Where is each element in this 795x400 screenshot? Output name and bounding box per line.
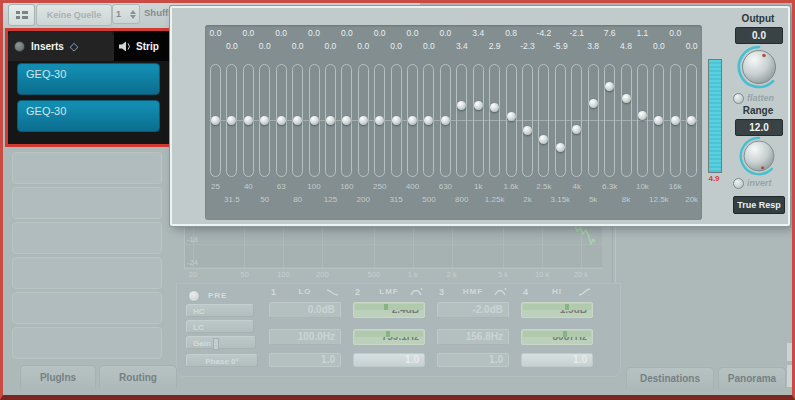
geq-slider-handle[interactable] xyxy=(507,112,516,121)
geq-slider-handle[interactable] xyxy=(638,111,647,120)
eq-q-field[interactable]: 1.0 xyxy=(353,353,425,367)
geq-freq-label: 4k xyxy=(560,182,594,191)
tab-plugins[interactable]: PlugIns xyxy=(20,365,96,389)
eq-gain-field[interactable]: 1.5dB xyxy=(521,302,593,318)
geq-band-slider[interactable] xyxy=(571,64,582,177)
geq-slider-handle[interactable] xyxy=(408,116,417,125)
insert-slot-geq-30[interactable]: GEQ-30 xyxy=(17,63,160,95)
inserts-tabbar: Inserts ◇ Strip xyxy=(8,31,169,61)
tab-strip[interactable]: Strip xyxy=(114,31,169,61)
output-meter xyxy=(708,59,722,173)
eq-gain-field[interactable]: 0.0dB xyxy=(269,302,341,318)
eq-q-field[interactable]: 1.0 xyxy=(437,353,509,367)
geq-slider-handle[interactable] xyxy=(359,116,368,125)
geq-slider-handle[interactable] xyxy=(244,116,253,125)
geq-slider-handle[interactable] xyxy=(589,99,598,108)
eq-gain-field-slider[interactable] xyxy=(355,304,423,310)
geq-gain-readout: 0.0 xyxy=(642,41,676,51)
eq-q-field[interactable]: 1.0 xyxy=(521,353,593,367)
grid-icon xyxy=(15,10,29,20)
tab-destinations[interactable]: Destinations xyxy=(626,367,714,389)
geq-gain-readout: 0.0 xyxy=(231,28,265,38)
stepper-down-icon[interactable] xyxy=(130,15,136,19)
geq-band-slider[interactable] xyxy=(489,64,500,177)
empty-insert-slot[interactable] xyxy=(12,187,162,219)
geq-slider-handle[interactable] xyxy=(310,116,319,125)
input-source-select[interactable]: Keine Quelle xyxy=(36,4,112,26)
true-resp-button[interactable]: True Resp xyxy=(733,196,785,214)
geq-slider-handle[interactable] xyxy=(277,116,286,125)
eq-hc-button[interactable]: HC xyxy=(186,304,254,317)
eq-pre-led[interactable] xyxy=(188,290,200,302)
tab-inserts[interactable]: Inserts ◇ xyxy=(8,31,114,61)
geq-band-slider[interactable] xyxy=(588,64,599,177)
empty-insert-slot[interactable] xyxy=(12,327,162,359)
eq-pre-label: PRE xyxy=(208,291,227,300)
empty-insert-slot[interactable] xyxy=(12,257,162,289)
output-knob[interactable] xyxy=(737,45,781,89)
geq-slider-handle[interactable] xyxy=(441,116,450,125)
eq-freq-field[interactable]: 156.8Hz xyxy=(437,329,509,345)
flatten-button[interactable] xyxy=(733,93,744,104)
empty-insert-slot[interactable] xyxy=(12,152,162,184)
eq-display-xlabel: 20 xyxy=(180,270,206,279)
eq-band-hmf: 3HMF-2.0dB156.8Hz1.0 xyxy=(437,287,509,299)
tab-panorama[interactable]: Panorama xyxy=(718,367,786,389)
geq-band-slider[interactable] xyxy=(637,64,648,177)
eq-display-xlabel: 100 xyxy=(270,270,296,279)
output-value[interactable]: 0.0 xyxy=(735,27,783,44)
eq-gain-field-slider[interactable] xyxy=(523,304,591,310)
eq-phase0-button[interactable]: Phase 0° xyxy=(186,354,258,367)
eq-lc-button[interactable]: LC xyxy=(186,320,254,333)
eq-freq-field-slider[interactable] xyxy=(523,331,591,337)
geq-slider-handle[interactable] xyxy=(392,116,401,125)
flatten-label[interactable]: flatten xyxy=(747,93,774,103)
geq-band-slider[interactable] xyxy=(522,64,533,177)
eq-gain-field[interactable]: -2.0dB xyxy=(437,302,509,318)
geq-gain-readout: 0.0 xyxy=(281,41,315,51)
range-value[interactable]: 12.0 xyxy=(735,119,783,136)
geq-slider-handle[interactable] xyxy=(556,143,565,152)
eq-gain-field[interactable]: 2.4dB xyxy=(353,302,425,318)
eq-display-xlabel: 20 k xyxy=(568,270,594,279)
geq-slider-handle[interactable] xyxy=(211,116,220,125)
gain-slider-marker[interactable] xyxy=(213,338,219,350)
geq-slider-handle[interactable] xyxy=(326,116,335,125)
geq-freq-label: 16k xyxy=(658,182,692,191)
geq-band-slider[interactable] xyxy=(555,64,566,177)
channel-stepper[interactable]: 1 xyxy=(112,4,140,24)
geq-slider-handle[interactable] xyxy=(490,103,499,112)
stepper-arrows[interactable] xyxy=(130,10,136,19)
geq-slider-handle[interactable] xyxy=(605,82,614,91)
eq-freq-field[interactable]: 8087Hz xyxy=(521,329,593,345)
tab-routing[interactable]: Routing xyxy=(99,365,177,389)
geq-band-slider[interactable] xyxy=(473,64,484,177)
geq-band-slider[interactable] xyxy=(538,64,549,177)
insert-slot-geq-30[interactable]: GEQ-30 xyxy=(17,100,160,132)
eq-freq-field[interactable]: 100.0Hz xyxy=(269,329,341,345)
geq-freq-label: 500 xyxy=(412,195,446,204)
geq-slider-handle[interactable] xyxy=(671,116,680,125)
eq-q-field[interactable]: 1.0 xyxy=(269,353,341,367)
edge-panel-fragment xyxy=(786,364,795,388)
range-knob[interactable] xyxy=(739,136,779,176)
empty-insert-slot[interactable] xyxy=(12,292,162,324)
eq-freq-field-slider[interactable] xyxy=(355,331,423,337)
channel-overview-button[interactable] xyxy=(8,4,35,26)
geq-band-slider[interactable] xyxy=(621,64,632,177)
stepper-up-icon[interactable] xyxy=(130,10,136,14)
invert-label[interactable]: invert xyxy=(747,178,772,188)
geq-slider-handle[interactable] xyxy=(457,101,466,110)
geq-freq-label: 12.5k xyxy=(642,195,676,204)
eq-freq-field[interactable]: 759.1Hz xyxy=(353,329,425,345)
geq-slider-handle[interactable] xyxy=(622,94,631,103)
invert-button[interactable] xyxy=(733,178,744,189)
geq-slider-handle[interactable] xyxy=(474,101,483,110)
geq-freq-label: 63 xyxy=(264,182,298,191)
geq-band-slider[interactable] xyxy=(604,64,615,177)
empty-insert-slot[interactable] xyxy=(12,222,162,254)
geq-band-slider[interactable] xyxy=(456,64,467,177)
geq-gain-readout: 0.0 xyxy=(330,28,364,38)
geq30-slider-panel: 0.0250.031.50.0400.0500.0630.0800.01000.… xyxy=(205,25,702,220)
eq-gain-button[interactable]: Gain xyxy=(186,336,256,349)
